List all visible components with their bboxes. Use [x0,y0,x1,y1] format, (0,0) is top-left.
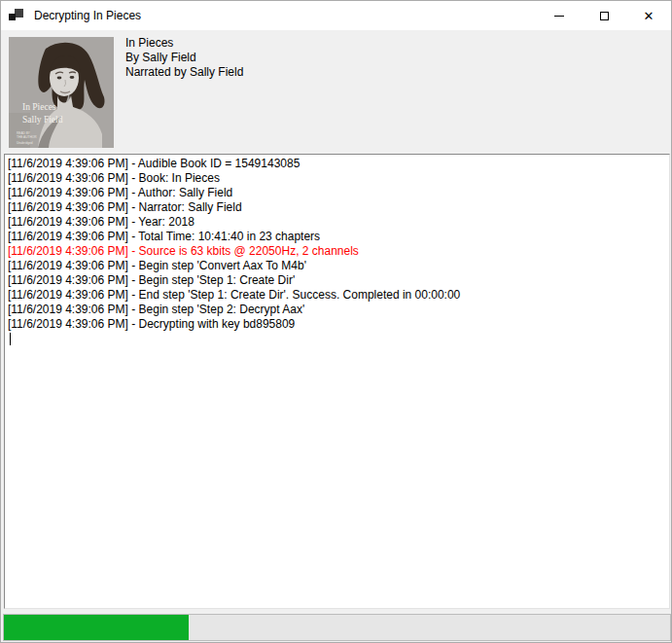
cover-footer-line3: Unabridged [17,141,33,145]
log-line: [11/6/2019 4:39:06 PM] - Source is 63 kb… [8,244,666,259]
log-line: [11/6/2019 4:39:06 PM] - Total Time: 10:… [8,230,666,244]
window-controls: ✕ [537,1,671,30]
log-output[interactable]: [11/6/2019 4:39:06 PM] - Audible Book ID… [4,154,670,609]
cover-title-text: In Pieces [22,102,56,112]
log-line: [11/6/2019 4:39:06 PM] - Narrator: Sally… [8,200,666,215]
log-line: [11/6/2019 4:39:06 PM] - Begin step 'Ste… [8,273,666,288]
book-title: In Pieces [125,36,243,51]
app-window: Decrypting In Pieces ✕ [0,0,672,643]
maximize-button[interactable] [582,1,626,30]
book-cover-image: In Pieces Sally Field READ BY THE AUTHOR… [9,37,114,148]
log-line: [11/6/2019 4:39:06 PM] - Begin step 'Con… [8,259,666,273]
text-caret [10,333,11,345]
book-info: In Pieces By Sally Field Narrated by Sal… [125,36,243,80]
log-line: [11/6/2019 4:39:06 PM] - Year: 2018 [8,215,666,230]
cover-footer-line2: THE AUTHOR [17,135,37,139]
close-icon: ✕ [644,10,654,22]
progress-bar [3,614,671,641]
cover-author-text: Sally Field [22,115,63,125]
log-line: [11/6/2019 4:39:06 PM] - Author: Sally F… [8,186,666,200]
progress-fill [4,615,189,640]
app-icon [9,8,24,23]
window-title: Decrypting In Pieces [34,9,141,22]
log-line: [11/6/2019 4:39:06 PM] - Book: In Pieces [8,171,666,186]
log-line: [11/6/2019 4:39:06 PM] - Begin step 'Ste… [8,303,666,317]
book-author: By Sally Field [125,51,243,65]
log-lines: [11/6/2019 4:39:06 PM] - Audible Book ID… [8,157,666,332]
close-button[interactable]: ✕ [626,1,671,30]
app-icon-square-small [9,14,16,20]
minimize-icon [554,16,564,17]
app-icon-square-large [15,9,23,18]
log-line: [11/6/2019 4:39:06 PM] - End step 'Step … [8,288,666,303]
book-narrator: Narrated by Sally Field [125,65,243,80]
log-line: [11/6/2019 4:39:06 PM] - Audible Book ID… [8,157,666,171]
title-bar[interactable]: Decrypting In Pieces ✕ [1,1,671,30]
log-line: [11/6/2019 4:39:06 PM] - Decrypting with… [8,317,666,332]
minimize-button[interactable] [537,1,582,30]
maximize-icon [600,12,609,20]
